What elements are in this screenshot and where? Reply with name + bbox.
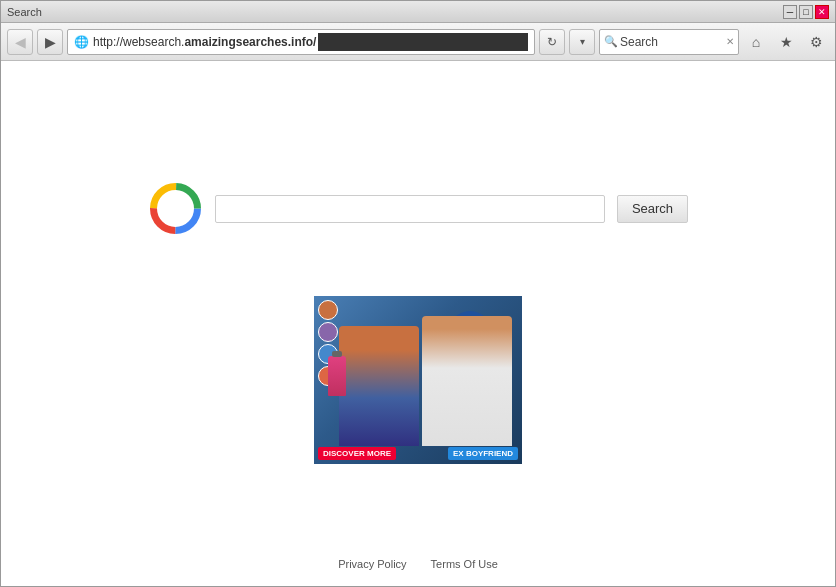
search-tab-label: Search bbox=[620, 35, 658, 49]
video-content: VITAMIN B5 DISCOVER MORE EX BOYFRIEND bbox=[314, 296, 522, 464]
navigation-toolbar: ◀ ▶ 🌐 http://websearch.amaizingsearches.… bbox=[1, 23, 835, 61]
url-prefix: http://websearch. bbox=[93, 35, 184, 49]
home-button[interactable]: ⌂ bbox=[743, 29, 769, 55]
globe-icon: 🌐 bbox=[74, 35, 89, 49]
avatar-1 bbox=[318, 300, 338, 320]
page-content: Search VITAMIN B5 bbox=[1, 61, 835, 586]
toolbar-right-buttons: ⌂ ★ ⚙ bbox=[743, 29, 829, 55]
browser-search-box[interactable]: 🔍 Search ✕ bbox=[599, 29, 739, 55]
ad-image[interactable]: VITAMIN B5 DISCOVER MORE EX BOYFRIEND bbox=[314, 296, 522, 464]
search-input[interactable] bbox=[215, 195, 605, 223]
url-bold: amaizingsearches.info/ bbox=[184, 35, 316, 49]
search-button[interactable]: Search bbox=[617, 195, 688, 223]
search-refresh-button[interactable]: ↻ bbox=[539, 29, 565, 55]
minimize-button[interactable]: ─ bbox=[783, 5, 797, 19]
forward-button[interactable]: ▶ bbox=[37, 29, 63, 55]
settings-button[interactable]: ⚙ bbox=[803, 29, 829, 55]
tab-close-icon[interactable]: ✕ bbox=[726, 36, 734, 47]
soap-pump bbox=[332, 351, 342, 357]
footer: Privacy Policy Terms Of Use bbox=[338, 558, 498, 570]
discover-more-button[interactable]: DISCOVER MORE bbox=[318, 447, 396, 460]
site-logo bbox=[148, 181, 203, 236]
window-controls: ─ □ ✕ bbox=[783, 5, 829, 19]
avatar-2 bbox=[318, 322, 338, 342]
browser-window: Search ─ □ ✕ ◀ ▶ 🌐 http://websearch.amai… bbox=[0, 0, 836, 587]
search-area: Search bbox=[148, 181, 688, 236]
soap-bottle bbox=[328, 356, 346, 396]
person-left bbox=[339, 326, 419, 446]
dropdown-button[interactable]: ▾ bbox=[569, 29, 595, 55]
person-right bbox=[422, 316, 512, 446]
favorites-button[interactable]: ★ bbox=[773, 29, 799, 55]
back-button[interactable]: ◀ bbox=[7, 29, 33, 55]
privacy-policy-link[interactable]: Privacy Policy bbox=[338, 558, 406, 570]
close-button[interactable]: ✕ bbox=[815, 5, 829, 19]
maximize-button[interactable]: □ bbox=[799, 5, 813, 19]
address-bar[interactable]: 🌐 http://websearch.amaizingsearches.info… bbox=[67, 29, 535, 55]
terms-of-use-link[interactable]: Terms Of Use bbox=[431, 558, 498, 570]
url-hidden-part bbox=[318, 33, 528, 51]
titlebar: Search ─ □ ✕ bbox=[1, 1, 835, 23]
video-overlay: DISCOVER MORE EX BOYFRIEND bbox=[314, 443, 522, 464]
title-text: Search bbox=[7, 6, 42, 18]
ex-boyfriend-button[interactable]: EX BOYFRIEND bbox=[448, 447, 518, 460]
search-favicon: 🔍 bbox=[604, 35, 618, 48]
